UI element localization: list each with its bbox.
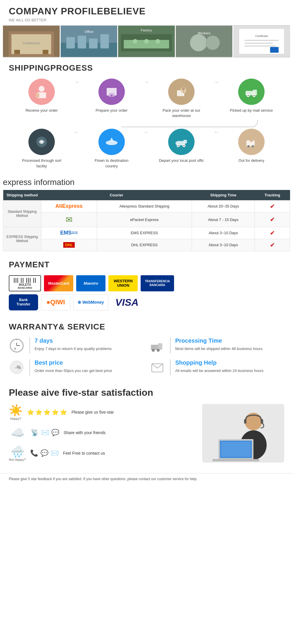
company-title: COMPANY PROFILEBELIEVE <box>9 6 284 17</box>
svg-rect-82 <box>221 442 251 457</box>
company-photo-3: Factory <box>118 25 175 57</box>
star-5: ⭐ <box>60 409 67 416</box>
process-step-1: Receive your order <box>18 79 65 113</box>
satisfaction-right <box>202 404 284 467</box>
step-4-label: Picked up by mail service <box>230 108 273 113</box>
sat-rain-glyph: 🌧️ <box>9 445 26 458</box>
warranty-icon-processing <box>149 337 166 354</box>
warranty-help-title: Shopping Help <box>175 359 263 366</box>
step-1-circle <box>28 79 55 105</box>
visa-text: VISA <box>115 297 139 308</box>
sat-rain-icon: 🌧️ Not Happy? <box>9 445 26 461</box>
star-3: ⭐ <box>43 409 51 416</box>
process-step-7: Flown to destination country <box>88 129 135 169</box>
warranty-text-help: Shopping Help All emails will be answere… <box>175 359 263 374</box>
transferencia-text: TRANSFERENCIABANCARIA <box>145 279 170 287</box>
step-7-wrapper: Flown to destination country <box>88 129 135 169</box>
mastercard-logo: MasterCard <box>44 275 73 291</box>
satisfaction-left: ☀️ Happy? ⭐ ⭐ ⭐ ⭐ ⭐ Please give us five-… <box>9 404 196 467</box>
arrow-1-2: → <box>74 79 79 97</box>
warranty-processing-title: Processing Time <box>175 337 263 344</box>
sat-nothappy-label: Not Happy? <box>9 458 26 461</box>
standard-method-label: Standard Shipping Method <box>3 200 41 227</box>
step-7-label: Flown to destination country <box>88 158 135 169</box>
svg-point-56 <box>183 145 185 146</box>
western-union-text: WESTERNUNION <box>114 279 133 288</box>
svg-rect-29 <box>245 46 276 47</box>
star-2: ⭐ <box>35 409 42 416</box>
svg-point-46 <box>253 95 255 96</box>
step-5-wrapper: Out for delivery <box>228 129 275 163</box>
svg-text:Factory: Factory <box>141 28 152 32</box>
company-photo-4: Workers <box>176 25 233 57</box>
step-3-circle <box>168 79 195 105</box>
qiwi-logo: ●QIWI <box>41 294 70 310</box>
process-curve <box>121 120 258 127</box>
warranty-text-processing: Processing Time Most items will be shipp… <box>175 337 263 352</box>
share-icon-3: 💬 <box>51 429 59 436</box>
warranty-divider-2 <box>170 337 171 354</box>
svg-rect-52 <box>183 140 187 143</box>
epacket-tracking: ✔ <box>255 212 290 227</box>
process-step-5: Out for delivery <box>228 129 275 163</box>
warranty-section: WARRANTY& SERVICE 7 7 days Enjoy 7 days … <box>0 316 293 381</box>
footer-note-text: Please give 5 star feedback if you are s… <box>9 476 284 482</box>
dhl-courier-name: DHL EXPRESS <box>97 239 192 251</box>
warranty-divider-3 <box>29 359 30 375</box>
table-header-tracking: Tracking <box>255 190 290 200</box>
sat-contact-text: Feel Free to contact us <box>63 451 105 456</box>
svg-point-39 <box>182 88 185 91</box>
warranty-processing-desc: Most items will be shipped within 48 bus… <box>175 346 263 352</box>
warranty-grid: 7 7 days Enjoy 7 days to returm if any q… <box>9 337 284 375</box>
sat-row-not-happy: 🌧️ Not Happy? 📞 💬 ✉️ Feel Free to contac… <box>9 445 196 461</box>
sat-sun-glyph: ☀️ <box>9 404 23 417</box>
warranty-price-desc: Order more than 50pcs you can get best p… <box>35 368 112 374</box>
svg-rect-9 <box>78 36 86 49</box>
shipping-table: Shipping method Courier Shipping Time Tr… <box>3 190 290 251</box>
epacket-time: About 7 - 15 Days <box>192 212 255 227</box>
webmoney-logo: ⊕ WebMoney <box>73 294 108 310</box>
svg-rect-10 <box>89 38 97 48</box>
process-step-2: Prepare your order <box>88 79 135 113</box>
svg-text:Conference: Conference <box>23 41 40 45</box>
svg-rect-68 <box>158 343 162 350</box>
svg-rect-81 <box>212 459 259 461</box>
company-photo-2: Office <box>61 25 117 57</box>
star-1: ⭐ <box>27 409 34 416</box>
warranty-item-processing: Processing Time Most items will be shipp… <box>149 337 284 354</box>
warranty-item-price: -% Best price Order more than 50pcs you … <box>9 359 144 375</box>
boleto-logo: ||| || ||| || BOLETO BANCARIO <box>9 275 41 291</box>
bank-transfer-logo: BankTransfer <box>9 294 38 310</box>
payment-section: PAYMENT ||| || ||| || BOLETO BANCARIO Ma… <box>0 254 293 316</box>
process-step-3: Pack your order at our warehouse <box>158 79 205 118</box>
share-icon-1: 📡 <box>31 429 39 436</box>
ems-courier-name: EMS EXPRESS <box>97 227 192 239</box>
table-header-method: Shipping method <box>3 190 41 200</box>
western-union-logo: WESTERNUNION <box>108 275 138 291</box>
warranty-icon-help <box>149 359 166 375</box>
step-8-label: Processed through sort facility <box>18 158 65 169</box>
sat-share-text: Share with your friends <box>64 430 105 435</box>
step-2-circle <box>98 79 125 105</box>
express-title: express information <box>3 178 290 187</box>
warranty-item-help: Shopping Help All emails will be answere… <box>149 359 284 375</box>
customer-service-image <box>202 404 284 463</box>
svg-text:-%: -% <box>15 365 21 370</box>
dhl-tracking: ✔ <box>255 239 290 251</box>
company-photo-5: Certificate <box>233 25 290 57</box>
visa-logo: VISA <box>111 294 143 310</box>
svg-rect-4 <box>43 50 48 54</box>
step-6-label: Depart your local post offic <box>159 158 204 163</box>
svg-point-45 <box>248 95 249 96</box>
aliexpress-logo: AliExpress <box>55 203 83 209</box>
svg-point-70 <box>157 349 160 352</box>
step-4-circle <box>238 79 265 105</box>
svg-text:Office: Office <box>84 30 93 33</box>
dhl-time: About 3~10 Days <box>192 239 255 251</box>
shipping-process-section: SHIPPINGPROGESS Receive your order → Pre… <box>0 57 293 175</box>
svg-point-31 <box>39 86 45 92</box>
sat-contact-icons: 📞 💬 ✉️ <box>30 449 59 457</box>
maestro-text: Maestro <box>84 281 98 286</box>
sat-share-icons: 📡 ✉️ 💬 <box>31 429 59 436</box>
step-3-wrapper: Pack your order at our warehouse <box>158 79 205 118</box>
